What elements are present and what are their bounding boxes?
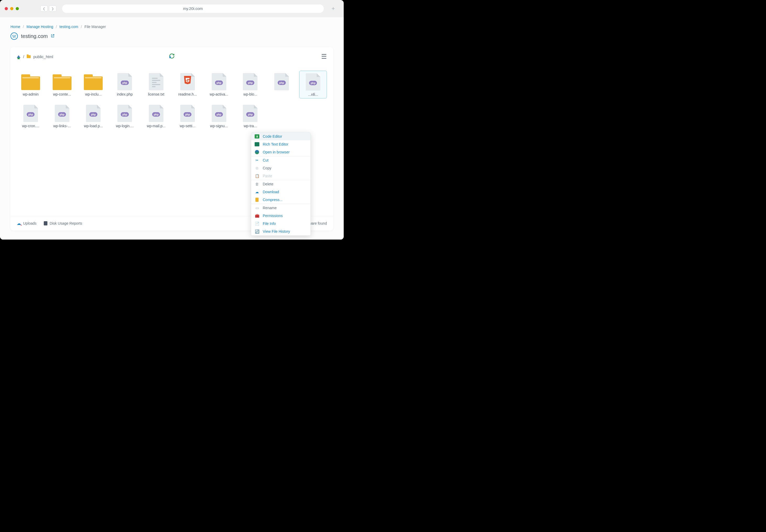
cut-icon: ✂ [254,158,259,163]
folder-icon [53,74,71,90]
file-item-license.txt[interactable]: license.txt [142,71,170,98]
context-menu-copy[interactable]: ⧉Copy [251,164,310,172]
browser-window: ❮ ❯ my.20i.com + Home / Manage Hosting /… [0,0,344,240]
permissions-icon: 🧰 [254,213,259,218]
rich-text-icon [254,142,259,147]
file-label: wp-load.p... [84,124,103,128]
globe-icon [254,150,259,154]
copy-icon: ⧉ [254,166,259,170]
breadcrumb-domain[interactable]: testing.com [59,25,78,29]
file-item-wp-config.php[interactable]: php...nfi... [299,71,327,98]
file-item-wp-login.php[interactable]: phpwp-login.... [111,102,139,130]
file-item-wp-activate.php[interactable]: phpwp-activa... [205,71,233,98]
disk-usage-button[interactable]: Disk Usage Reports [44,221,82,226]
breadcrumb-sep: / [56,25,57,29]
context-menu-code-editor[interactable]: ▮Code Editor [251,132,310,140]
file-label: wp-login.... [116,124,134,128]
context-menu-cut[interactable]: ✂Cut [251,156,310,164]
file-icon [147,74,165,90]
file-label: license.txt [148,92,164,96]
file-icon: php [115,74,134,90]
breadcrumb-sep: / [81,25,82,29]
file-label: wp-mail.p... [147,124,165,128]
window-controls [5,7,19,10]
context-menu-paste: 📋Paste [251,172,310,180]
code-editor-icon: ▮ [254,134,259,139]
minimize-window-icon[interactable] [10,7,13,10]
context-menu-label: Copy [263,166,271,170]
url-bar[interactable]: my.20i.com [62,4,324,13]
file-icon: HTML [178,74,197,90]
context-menu-download[interactable]: ☁Download [251,188,310,196]
file-icon: php [84,106,103,121]
file-item-wp-load.php[interactable]: phpwp-load.p... [80,102,107,130]
file-icon: php [303,74,322,90]
context-menu-label: Code Editor [263,134,282,138]
file-icon: php [53,106,71,121]
breadcrumb-sep: / [23,25,24,29]
current-folder-name[interactable]: public_html [33,54,53,59]
file-item-wp-trackback.php[interactable]: phpwp-tra... [236,102,264,130]
file-item-wp-admin[interactable]: wp-admin [17,71,45,98]
open-external-icon[interactable] [51,34,54,38]
file-manager-panel: / public_html ☰ wp-adminwp-conte...wp-in… [10,47,333,230]
context-menu-label: Permissions [263,214,283,218]
refresh-icon[interactable] [169,53,175,60]
history-icon: 🔄 [254,229,259,234]
file-item-wp-cron.php[interactable]: phpwp-cron.... [17,102,45,130]
context-menu-rename[interactable]: ▭Rename [251,204,310,212]
file-info-icon: 📄 [254,221,259,226]
context-menu-label: Delete [263,182,273,186]
file-item-wp-links-opml.php[interactable]: phpwp-links-... [48,102,76,130]
file-item-wp-mail.php[interactable]: phpwp-mail.p... [142,102,170,130]
file-label: wp-signu... [210,124,228,128]
file-icon: php [178,106,197,121]
file-label: wp-setti... [180,124,195,128]
file-item-wp-settings.php[interactable]: phpwp-setti... [174,102,201,130]
site-header: testing.com [5,29,339,40]
wordpress-icon [10,32,18,40]
panel-header: / public_html ☰ [17,53,327,60]
breadcrumb-home[interactable]: Home [10,25,20,29]
context-menu: ▮Code EditorRich Text EditorOpen in brow… [251,132,311,236]
uploads-button[interactable]: ☁ Uploads [17,221,36,226]
context-menu-compress-[interactable]: Compress... [251,196,310,204]
download-icon: ☁ [254,190,259,194]
forward-button[interactable]: ❯ [49,5,56,12]
file-label: wp-inclu... [85,92,102,96]
close-window-icon[interactable] [5,7,8,10]
file-icon: php [209,106,228,121]
context-menu-label: View File History [263,229,290,234]
file-icon: php [115,106,134,121]
context-menu-file-info[interactable]: 📄File Info [251,220,310,228]
maximize-window-icon[interactable] [16,7,19,10]
hamburger-menu-icon[interactable]: ☰ [321,53,327,60]
file-item-index.php[interactable]: phpindex.php [111,71,139,98]
breadcrumb-manage-hosting[interactable]: Manage Hosting [26,25,53,29]
page-content: Home / Manage Hosting / testing.com / Fi… [0,17,344,240]
file-label: readme.h... [178,92,197,96]
file-item-wp-content[interactable]: wp-conte... [48,71,76,98]
new-tab-button[interactable]: + [329,5,337,12]
home-icon[interactable] [17,55,20,58]
paste-icon: 📋 [254,174,259,178]
file-label: wp-activa... [209,92,228,96]
context-menu-label: Open in browser [263,150,290,154]
file-item-wp-comments.php[interactable]: php [268,71,295,98]
file-label: wp-conte... [53,92,71,96]
context-menu-rich-text-editor[interactable]: Rich Text Editor [251,140,310,148]
folder-icon [84,74,103,90]
context-menu-delete[interactable]: 🗑Delete [251,180,310,188]
back-button[interactable]: ❮ [40,5,48,12]
file-item-wp-signup.php[interactable]: phpwp-signu... [205,102,233,130]
file-item-readme.html[interactable]: HTMLreadme.h... [174,71,201,98]
context-menu-label: Rich Text Editor [263,142,288,146]
file-label: wp-links-... [53,124,71,128]
page-title: testing.com [21,33,48,39]
file-item-wp-includes[interactable]: wp-inclu... [80,71,107,98]
context-menu-view-file-history[interactable]: 🔄View File History [251,228,310,235]
context-menu-open-in-browser[interactable]: Open in browser [251,148,310,156]
context-menu-permissions[interactable]: 🧰Permissions [251,212,310,220]
file-item-wp-blog-header.php[interactable]: phpwp-blo... [236,71,264,98]
file-icon: php [241,74,259,90]
